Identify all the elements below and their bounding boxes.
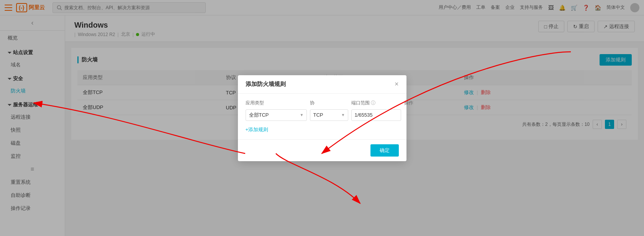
add-more-rule-link[interactable]: +添加规则 (246, 126, 269, 133)
dialog-confirm-button[interactable]: 确定 (370, 144, 399, 157)
protocol-select-wrap: TCP UDP ALL ▼ (310, 109, 348, 121)
dialog-col-protocol: 协 (310, 100, 348, 106)
dialog-table-header: 应用类型 协 端口范围 ⓘ 操作 (246, 100, 399, 106)
dialog-title: 添加防火墙规则 (246, 81, 286, 88)
dialog-footer: 确定 (238, 139, 406, 161)
dialog-header: 添加防火墙规则 × (238, 75, 406, 94)
dialog-overlay[interactable]: 添加防火墙规则 × 应用类型 协 端口范围 ⓘ 操作 全部TCP 全部UDP 自… (0, 0, 644, 236)
dialog-body: 应用类型 协 端口范围 ⓘ 操作 全部TCP 全部UDP 自定义 ▼ TCP (238, 94, 406, 139)
protocol-select[interactable]: TCP UDP ALL (310, 109, 348, 121)
dialog-rule-row: 全部TCP 全部UDP 自定义 ▼ TCP UDP ALL ▼ (246, 109, 399, 121)
info-icon[interactable]: ⓘ (371, 100, 375, 106)
dialog-col-port-range: 端口范围 ⓘ (351, 100, 401, 106)
dialog-col-action: 操作 (404, 100, 427, 106)
port-range-input[interactable] (351, 109, 401, 121)
dialog-close-button[interactable]: × (395, 81, 399, 87)
app-type-select[interactable]: 全部TCP 全部UDP 自定义 (246, 109, 307, 121)
app-type-select-wrap: 全部TCP 全部UDP 自定义 ▼ (246, 109, 307, 121)
dialog-col-app-type: 应用类型 (246, 100, 307, 106)
add-firewall-rule-dialog: 添加防火墙规则 × 应用类型 协 端口范围 ⓘ 操作 全部TCP 全部UDP 自… (238, 75, 406, 161)
